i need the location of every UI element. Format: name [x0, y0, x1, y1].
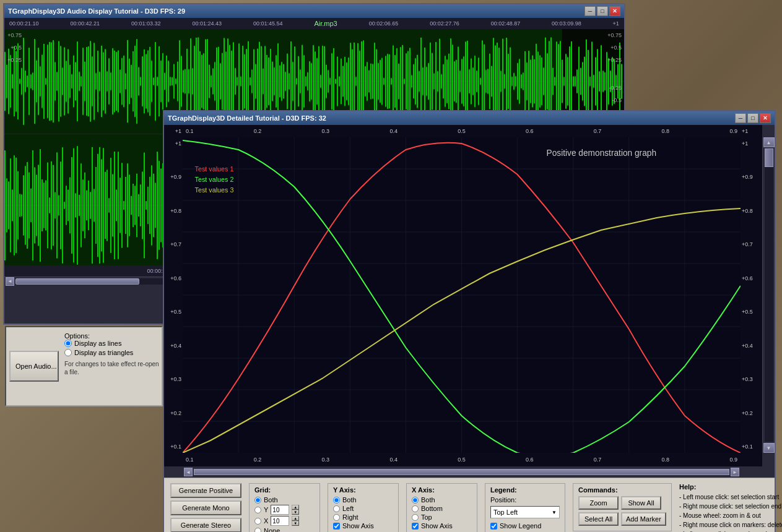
detail-minimize-btn[interactable]: ─ — [735, 113, 746, 123]
left-panel: Open Audio... Options: Display as lines … — [5, 326, 163, 406]
commands-section: Commands: Zoom Show All Select All Add M… — [573, 483, 672, 531]
y-axis-right-radio[interactable] — [333, 514, 340, 521]
y-axis-both-label: Both — [342, 496, 357, 504]
y-axis-left-radio[interactable] — [333, 505, 340, 512]
scroll-thumb-v[interactable] — [765, 148, 773, 167]
audio-scroll-left-btn[interactable]: ◄ — [6, 277, 14, 286]
grid-x-spinners: ▲ ▼ — [292, 516, 299, 526]
y-left-0.8: +0.8 — [165, 208, 181, 214]
y-left-0.3: +0.3 — [165, 376, 181, 382]
select-all-button[interactable]: Select All — [578, 512, 619, 526]
x-axis-bottom-radio[interactable] — [412, 505, 419, 512]
x-axis-section: X Axis: Both Bottom Top Show Axis — [406, 483, 477, 532]
option-lines-row: Display as lines — [64, 340, 159, 347]
timeline-marker-3: 00:01:24.43 — [192, 20, 222, 27]
zoom-button[interactable]: Zoom — [578, 496, 619, 510]
timeline-top: 00:00:21.10 00:00:42.21 00:01:03.32 00:0… — [4, 18, 624, 29]
dropdown-arrow-icon: ▼ — [552, 510, 557, 515]
timeline-marker-1: 00:00:42.21 — [70, 20, 100, 27]
y-axis-showaxis-check[interactable] — [333, 523, 340, 530]
grid-x-input[interactable] — [271, 516, 289, 526]
hscroll-left-btn[interactable]: ◄ — [184, 468, 193, 476]
y-axis-both-radio[interactable] — [333, 497, 340, 504]
timeline-marker-8: 00:03:09.98 — [552, 20, 581, 27]
detail-close-btn[interactable]: ✕ — [760, 113, 771, 123]
y-top-left-label: +1 — [175, 128, 181, 134]
grid-y-label: Y — [264, 506, 268, 513]
x-top-0.9: 0.9 — [729, 128, 737, 134]
option-lines-radio[interactable] — [64, 340, 72, 347]
y-axis-showaxis-label: Show Axis — [342, 522, 374, 530]
x-axis-showaxis-row: Show Axis — [412, 522, 472, 530]
y-right-0.1: +0.1 — [742, 444, 761, 450]
detail-window-title: TGraphDisplay3D Detailed Tutorial - D3D … — [168, 114, 326, 122]
grid-both-radio[interactable] — [254, 497, 261, 504]
legend-show-label: Show Legend — [500, 522, 541, 530]
x-top-0.7: 0.7 — [594, 128, 602, 134]
grid-section: Grid: Both Y ▲ ▼ X ▲ ▼ — [249, 483, 320, 532]
hscroll-track[interactable] — [194, 469, 729, 475]
option-triangles-label: Display as triangles — [74, 349, 133, 356]
option-triangles-radio[interactable] — [64, 349, 72, 356]
y-right-0.8: +0.8 — [742, 208, 761, 214]
scroll-down-btn[interactable]: ▼ — [763, 443, 775, 453]
audio-maximize-btn[interactable]: □ — [597, 6, 608, 16]
y-left-0.9: +0.9 — [165, 174, 181, 180]
add-marker-button[interactable]: Add Marker — [621, 512, 666, 526]
y-axis-right: +1 +0.9 +0.8 +0.7 +0.6 +0.5 +0.4 +0.3 +0… — [741, 137, 762, 453]
y-axis-right-label: Right — [342, 513, 358, 521]
generate-positive-button[interactable]: Generate Positive — [170, 483, 241, 498]
grid-none-radio[interactable] — [254, 528, 261, 533]
grid-x-up-btn[interactable]: ▲ — [292, 516, 299, 521]
main-graph[interactable]: Positive demonstration graph Test values… — [183, 137, 741, 453]
detail-maximize-btn[interactable]: □ — [747, 113, 758, 123]
generate-stereo-button[interactable]: Generate Stereo — [170, 518, 241, 532]
grid-y-input[interactable] — [271, 505, 289, 515]
commands-row1: Zoom Show All — [578, 496, 666, 510]
grid-x-row: X ▲ ▼ — [254, 516, 315, 526]
detail-title-bar: TGraphDisplay3D Detailed Tutorial - D3D … — [164, 111, 775, 125]
x-axis-top-radio[interactable] — [412, 514, 419, 521]
hscroll-right-btn[interactable]: ► — [731, 468, 739, 476]
commands-row2: Select All Add Marker — [578, 512, 666, 526]
x-top-0.1: 0.1 — [186, 128, 194, 134]
y-left-0.7: +0.7 — [165, 241, 181, 247]
audio-window-title: TGraphDisplay3D Audio Display Tutorial -… — [8, 7, 185, 15]
grid-x-down-btn[interactable]: ▼ — [292, 521, 299, 526]
hscroll-thumb[interactable] — [194, 469, 729, 475]
right-scrollbar[interactable]: ▲ ▼ — [762, 137, 775, 453]
x-bottom-corner — [762, 453, 775, 466]
y-axis-title: Y Axis: — [333, 486, 393, 494]
grid-y-up-btn[interactable]: ▲ — [292, 505, 299, 510]
x-axis-both-radio[interactable] — [412, 497, 419, 504]
grid-y-radio[interactable] — [254, 507, 261, 513]
graph-area: +1 +0.9 +0.8 +0.7 +0.6 +0.5 +0.4 +0.3 +0… — [164, 137, 775, 453]
x-top-0.6: 0.6 — [526, 128, 534, 134]
legend-section: Legend: Position: Top Left ▼ Show Legend — [485, 483, 565, 532]
open-audio-button[interactable]: Open Audio... — [9, 351, 59, 382]
legend-show-check[interactable] — [490, 523, 497, 530]
audio-minimize-btn[interactable]: ─ — [584, 6, 596, 16]
detail-hscroll[interactable]: ◄ ► — [164, 466, 775, 478]
grid-none-row: None — [254, 527, 315, 532]
audio-scroll-thumb[interactable] — [15, 278, 139, 285]
legend-position-dropdown[interactable]: Top Left ▼ — [490, 506, 560, 518]
audio-close-btn[interactable]: ✕ — [609, 6, 620, 16]
scroll-track-v[interactable] — [765, 148, 773, 442]
y-left-0.4: +0.4 — [165, 343, 181, 349]
generate-mono-button[interactable]: Generate Mono — [170, 500, 241, 515]
scroll-up-btn[interactable]: ▲ — [763, 137, 775, 147]
options-container: Options: Display as lines Display as tri… — [62, 327, 162, 405]
grid-y-row: Y ▲ ▼ — [254, 505, 315, 515]
show-all-button[interactable]: Show All — [621, 496, 661, 510]
options-note: For changes to take effect re-open a fil… — [64, 360, 159, 376]
x-axis-top-ctrl-row: Top — [412, 513, 472, 521]
y-axis-both-row: Both — [333, 496, 393, 504]
grid-x-radio[interactable] — [254, 518, 261, 525]
x-bot-0.5: 0.5 — [458, 457, 466, 463]
x-axis-showaxis-check[interactable] — [412, 523, 419, 530]
x-axis-showaxis-label: Show Axis — [421, 522, 453, 530]
grid-y-down-btn[interactable]: ▼ — [292, 510, 299, 515]
y-axis-section: Y Axis: Both Left Right Show Axis — [328, 483, 399, 532]
maximize-icon: □ — [601, 8, 604, 14]
